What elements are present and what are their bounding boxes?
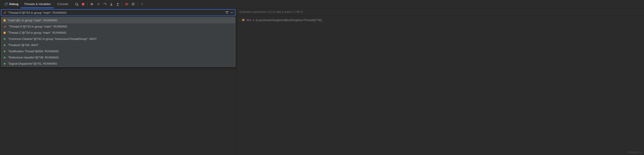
separator [88, 2, 88, 6]
tab-console[interactable]: Console [54, 0, 72, 8]
mute-breakpoints-button[interactable] [130, 1, 136, 7]
play-icon [4, 38, 6, 40]
step-out-button[interactable] [115, 1, 121, 7]
svg-rect-3 [82, 3, 84, 5]
variable-value: {LazySimpleSingleton$testSingletonThread… [256, 18, 322, 22]
svg-point-2 [77, 4, 78, 6]
svg-rect-16 [242, 19, 244, 19]
step-over-button[interactable] [102, 1, 108, 7]
filter-icon[interactable] [226, 11, 228, 14]
more-button[interactable] [139, 1, 145, 7]
thread-item[interactable]: "Notification Thread"@694: RUNNING [1, 48, 235, 54]
svg-point-1 [6, 2, 8, 4]
watermark: CSDN @七七 [628, 151, 642, 154]
view-breakpoints-button[interactable] [124, 1, 130, 7]
svg-line-12 [132, 3, 134, 5]
thread-selector-label: "Thread-0"@733 in group "main": RUNNING [8, 11, 66, 14]
thread-item[interactable]: "Signal Dispatcher"@741: RUNNING [1, 61, 235, 67]
thread-item[interactable]: "Finalizer"@740: WAIT [1, 42, 235, 48]
thread-item[interactable]: "Reference Handler"@739: RUNNING [1, 54, 235, 61]
chevron-right-icon[interactable]: › [240, 19, 240, 21]
thread-dropdown: "main"@1 in group "main": RUNNING "Threa… [1, 17, 236, 67]
debug-tool-window-tab[interactable]: Debug [2, 0, 21, 8]
pause-button[interactable] [96, 1, 102, 7]
breakpoint-icon [4, 32, 6, 34]
chevron-down-icon[interactable] [230, 11, 233, 14]
evaluate-expression-input[interactable]: Evaluate expression (⏎) or add a watch (… [236, 8, 644, 15]
play-icon [4, 50, 6, 53]
breakpoint-icon [4, 19, 6, 21]
svg-rect-4 [91, 3, 91, 5]
variables-panel: › this = {LazySimpleSingleton$testSingle… [236, 15, 644, 24]
bug-icon [4, 2, 8, 6]
tab-threads-variables[interactable]: Threads & Variables [21, 0, 54, 8]
play-icon [4, 44, 6, 46]
check-icon [3, 11, 6, 14]
debug-label: Debug [9, 2, 18, 6]
variable-row[interactable]: › this = {LazySimpleSingleton$testSingle… [240, 17, 641, 22]
check-icon [4, 25, 7, 28]
thread-item[interactable]: "Thread-1"@734 in group "main": RUNNING [1, 30, 235, 36]
thread-item[interactable]: "Thread-0"@733 in group "main": RUNNING [1, 23, 235, 30]
svg-rect-18 [242, 20, 244, 21]
svg-rect-5 [98, 3, 98, 5]
thread-item[interactable]: "Common-Cleaner"@742 in group "Innocuous… [1, 36, 235, 42]
step-into-button[interactable] [108, 1, 114, 7]
play-icon [4, 56, 6, 59]
object-icon [242, 18, 245, 22]
svg-rect-6 [99, 3, 100, 5]
svg-point-15 [142, 4, 142, 5]
separator [122, 2, 122, 6]
play-icon [4, 62, 6, 65]
separator [138, 2, 138, 6]
thread-selector[interactable]: "Thread-0"@733 in group "main": RUNNING [1, 9, 236, 16]
svg-point-13 [142, 3, 142, 3]
stop-button[interactable] [80, 1, 86, 7]
rerun-button[interactable] [74, 1, 80, 7]
thread-item[interactable]: "main"@1 in group "main": RUNNING [1, 17, 235, 23]
resume-button[interactable] [89, 1, 95, 7]
svg-rect-17 [242, 20, 244, 20]
variable-name: this [246, 18, 251, 22]
svg-point-14 [142, 4, 142, 4]
